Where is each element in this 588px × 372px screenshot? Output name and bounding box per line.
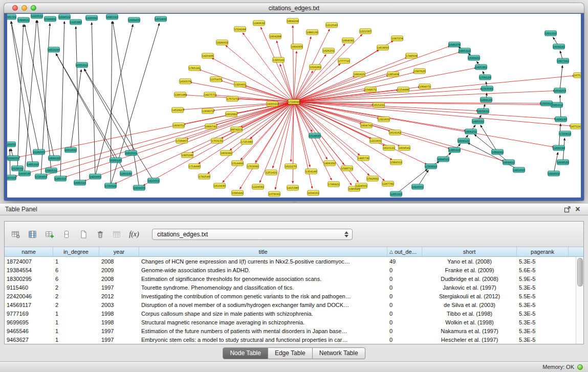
graph-node[interactable]: 16305791 <box>179 79 191 84</box>
graph-node[interactable]: 17030918 <box>247 164 259 169</box>
new-table-button[interactable] <box>76 227 91 242</box>
graph-node[interactable]: 17572713 <box>226 96 238 102</box>
graph-node[interactable]: 19384554 <box>128 17 140 23</box>
column-header-short[interactable]: short <box>422 247 517 256</box>
graph-node[interactable]: 18260022 <box>216 40 228 46</box>
graph-node[interactable]: 18063504 <box>323 161 336 166</box>
graph-node[interactable]: 14214104 <box>513 167 525 173</box>
table-row[interactable]: 911546021997Tourette syndrome. Phenomeno… <box>5 283 576 292</box>
column-header-year[interactable]: year <box>99 247 139 256</box>
table-row[interactable]: 1872400712008Changes of HCN gene express… <box>5 257 576 266</box>
graph-node[interactable]: 16097512 <box>172 123 185 128</box>
graph-node[interactable]: 17061208 <box>479 75 491 80</box>
scrollbar-thumb[interactable] <box>577 258 583 287</box>
tab-node-table[interactable]: Node Table <box>223 347 268 359</box>
graph-node[interactable]: 12215870 <box>359 29 372 34</box>
graph-node[interactable]: 13541407 <box>305 169 317 174</box>
table-row[interactable]: 946362711997Embryonic stem cells: a mode… <box>5 335 576 344</box>
network-canvas[interactable]: 1724044152424461240632716042898166420441… <box>7 14 581 198</box>
graph-node[interactable]: 13201410 <box>272 57 285 63</box>
graph-node[interactable]: 15904411 <box>231 190 244 196</box>
table-selector-dropdown[interactable]: citations_edges.txt <box>152 229 353 240</box>
graph-node[interactable]: 14153904 <box>287 185 299 191</box>
graph-node[interactable]: 16042535 <box>554 88 566 94</box>
graph-node[interactable]: 14538503 <box>377 45 389 51</box>
graph-node[interactable]: 16752404 <box>573 73 581 78</box>
graph-node[interactable]: 13216010 <box>378 117 390 122</box>
graph-node[interactable]: 16044110 <box>503 160 515 165</box>
table-row[interactable]: 977716911998Corpus callosum shape and si… <box>5 309 576 318</box>
graph-node[interactable]: 17031313 <box>211 138 223 144</box>
graph-node[interactable]: 16394213 <box>468 55 480 61</box>
graph-node[interactable]: 12245810 <box>252 184 264 190</box>
graph-node[interactable]: 17204122 <box>559 131 571 137</box>
graph-node[interactable]: 18203104 <box>7 175 16 181</box>
graph-node[interactable]: 16642044 <box>287 18 299 24</box>
graph-node-hub[interactable]: 1724044 <box>288 99 300 105</box>
graph-node[interactable]: 16667410 <box>205 124 217 129</box>
column-header-in_degree[interactable]: in_degree <box>53 247 99 256</box>
graph-node[interactable]: 10640712 <box>419 84 431 90</box>
column-header-name[interactable]: name <box>5 247 53 256</box>
graph-node[interactable]: 12601913 <box>120 171 132 177</box>
graph-node[interactable]: 26531005 <box>48 47 60 53</box>
graph-node[interactable]: 16953107 <box>74 180 86 186</box>
window-titlebar[interactable]: citations_edges.txt <box>4 3 584 13</box>
create-row-button[interactable] <box>59 227 74 242</box>
graph-node[interactable]: 10973743 <box>391 36 403 41</box>
graph-node[interactable]: 14953107 <box>27 162 39 167</box>
graph-node[interactable]: 20016009 <box>64 147 77 153</box>
graph-node[interactable]: 12841205 <box>480 97 492 103</box>
graph-node[interactable]: 12205317 <box>31 14 43 19</box>
graph-node[interactable]: 12953108 <box>390 191 402 197</box>
graph-node[interactable]: 12125439 <box>325 23 338 28</box>
graph-node[interactable]: 10790413 <box>268 191 280 197</box>
graph-node[interactable]: 14261305 <box>555 117 567 122</box>
graph-node[interactable]: 19861301 <box>306 30 318 35</box>
graph-node[interactable]: 11253607 <box>70 19 82 25</box>
graph-node[interactable]: 18300212 <box>266 101 278 107</box>
graph-node[interactable]: 17485093 <box>405 53 418 59</box>
column-header-out_de[interactable]: △out_de... <box>387 247 422 256</box>
graph-node[interactable]: 15013104 <box>545 31 557 36</box>
graph-node[interactable]: 13953104 <box>448 147 461 153</box>
graph-node[interactable]: 16104307 <box>213 183 226 189</box>
table-row[interactable]: 1938455462009Genome-wide association stu… <box>5 266 576 274</box>
graph-node[interactable]: 15887112 <box>341 166 353 171</box>
graph-node[interactable]: 21260550 <box>33 149 45 155</box>
graph-node[interactable]: 15148451 <box>309 133 321 139</box>
vertical-scrollbar[interactable] <box>576 257 583 344</box>
table-settings-button[interactable] <box>9 227 23 242</box>
graph-node[interactable]: 16640910 <box>342 38 354 43</box>
graph-node[interactable]: 16095253 <box>557 160 569 165</box>
graph-node[interactable]: 16095304 <box>18 171 31 177</box>
graph-node[interactable]: 16101214 <box>383 145 395 151</box>
graph-node[interactable]: 11544907 <box>397 87 409 93</box>
column-header-pagerank[interactable]: pagerank <box>517 247 569 256</box>
graph-node[interactable]: 17253904 <box>241 139 253 145</box>
graph-node[interactable]: 19252461 <box>181 152 193 158</box>
graph-node[interactable]: 14275712 <box>204 92 216 98</box>
graph-node[interactable]: 15495711 <box>364 87 377 93</box>
graph-node[interactable]: 14204067 <box>202 53 214 59</box>
column-header-title[interactable]: title <box>139 247 387 256</box>
table-row[interactable]: 946554611997Estimation of the future num… <box>5 326 576 335</box>
graph-node[interactable]: 19245012 <box>548 171 560 177</box>
graph-node[interactable]: 15242446 <box>234 27 246 32</box>
graph-node[interactable]: 12406327 <box>253 20 265 26</box>
graph-node[interactable]: 16916213 <box>353 72 365 77</box>
graph-node[interactable]: 12953107 <box>54 176 67 182</box>
float-panel-button[interactable] <box>562 205 573 214</box>
select-columns-button[interactable] <box>26 227 40 242</box>
graph-node[interactable]: 16945210 <box>58 14 71 20</box>
graph-node[interactable]: 16222705 <box>285 164 297 169</box>
table-row[interactable]: 2242004622012Investigating the contribut… <box>5 292 576 300</box>
graph-node[interactable]: 16463794 <box>448 42 461 48</box>
delete-table-button[interactable] <box>93 227 107 242</box>
graph-node[interactable]: 16092413 <box>553 44 565 50</box>
graph-node[interactable]: 15930412 <box>481 86 493 92</box>
graph-node[interactable]: 14253610 <box>475 64 487 70</box>
graph-node[interactable]: 18060203 <box>48 156 60 161</box>
graph-node[interactable]: 15144937 <box>231 161 244 166</box>
graph-node[interactable]: 18992413 <box>491 149 504 155</box>
